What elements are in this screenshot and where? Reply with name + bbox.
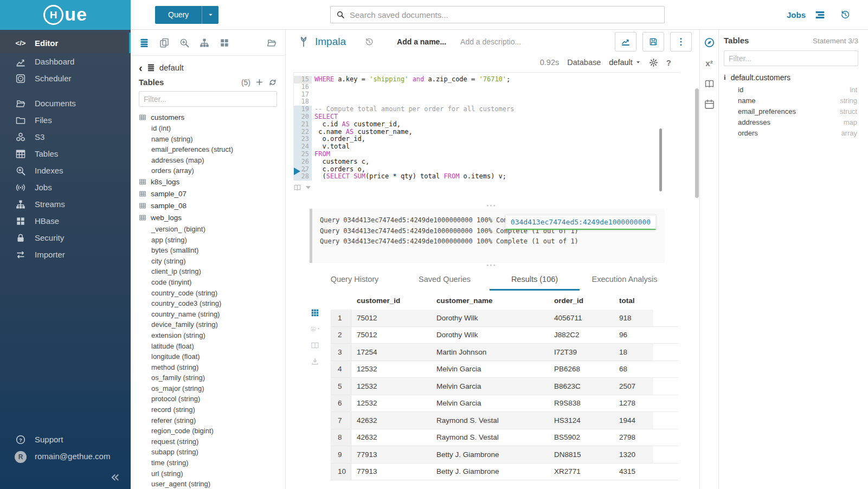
column-item[interactable]: _version_ (bigint) bbox=[139, 224, 285, 235]
query-description-input[interactable]: Add a descriptio... bbox=[460, 37, 521, 46]
table-row[interactable]: 175012Dorothy Wilk4056711918 bbox=[331, 310, 678, 327]
search-input[interactable]: Search saved documents... bbox=[330, 6, 665, 23]
column-item[interactable]: name (string) bbox=[139, 134, 285, 145]
column-item[interactable]: request (string) bbox=[139, 436, 285, 447]
breadcrumb-database[interactable]: default bbox=[159, 63, 184, 72]
column-item[interactable]: country_code3 (string) bbox=[139, 298, 285, 309]
table-item-sample-08[interactable]: sample_08 bbox=[139, 200, 285, 212]
history-icon[interactable] bbox=[840, 9, 851, 20]
calendar-icon[interactable] bbox=[704, 99, 715, 110]
hue-logo[interactable]: H ue bbox=[0, 0, 131, 30]
column-item[interactable]: client_ip (string) bbox=[139, 266, 285, 277]
table-item-customers[interactable]: customers bbox=[139, 111, 285, 123]
table-row[interactable]: 275012Dorothy WilkJ882C296 bbox=[331, 327, 678, 344]
sidebar-item-support[interactable]: ?Support bbox=[0, 431, 131, 448]
column-header-total[interactable]: total bbox=[614, 292, 653, 310]
folder-open-icon[interactable] bbox=[266, 37, 277, 48]
column-item[interactable]: id (int) bbox=[139, 123, 285, 134]
right-filter-input[interactable]: Filter... bbox=[724, 50, 858, 66]
main-scrollbar[interactable] bbox=[695, 88, 699, 198]
column-item[interactable]: protocol (string) bbox=[139, 394, 285, 404]
column-item[interactable]: os_family (string) bbox=[139, 372, 285, 383]
settings-gear-icon[interactable] bbox=[649, 58, 658, 67]
search-plus-icon[interactable] bbox=[179, 37, 190, 48]
column-item[interactable]: extension (string) bbox=[139, 330, 285, 341]
sidebar-item-scheduler[interactable]: Scheduler bbox=[0, 70, 131, 87]
table-item-k8s-logs[interactable]: k8s_logs bbox=[139, 176, 285, 188]
column-item[interactable]: subapp (string) bbox=[139, 447, 285, 458]
sidebar-item-s3[interactable]: S3 bbox=[0, 128, 131, 145]
results-resize-handle[interactable]: ●●● bbox=[486, 263, 497, 267]
table-item-sample-07[interactable]: sample_07 bbox=[139, 188, 285, 200]
column-item[interactable]: addresses (map) bbox=[139, 155, 285, 166]
table-row[interactable]: 1077913Betty J. GiambroneXR27714315 bbox=[331, 464, 678, 481]
column-item[interactable]: referer (string) bbox=[139, 415, 285, 426]
sidebar-item-dashboard[interactable]: Dashboard bbox=[0, 53, 131, 70]
sitemap-icon[interactable] bbox=[199, 37, 210, 48]
active-table-row[interactable]: i default.customers bbox=[724, 73, 858, 82]
assist-column-orders[interactable]: ordersarray bbox=[724, 128, 858, 139]
sidebar-item-indexes[interactable]: Indexes bbox=[0, 162, 131, 179]
table-row[interactable]: 612532Melvin GarciaR9S8381278 bbox=[331, 395, 678, 413]
assist-column-name[interactable]: namestring bbox=[724, 95, 858, 106]
jobs-link[interactable]: Jobs bbox=[787, 10, 806, 20]
book-icon[interactable] bbox=[704, 78, 715, 89]
column-item[interactable]: device_family (string) bbox=[139, 319, 285, 330]
tables-filter-input[interactable]: Filter... bbox=[139, 91, 277, 107]
grid-icon[interactable] bbox=[219, 37, 230, 48]
column-item[interactable]: email_preferences (struct) bbox=[139, 144, 285, 155]
sidebar-item-documents[interactable]: Documents bbox=[0, 95, 131, 112]
assist-column-id[interactable]: idint bbox=[724, 84, 858, 95]
table-row[interactable]: 317254Martin JohnsonI72T3918 bbox=[331, 344, 678, 361]
compass-icon[interactable] bbox=[704, 37, 715, 48]
column-item[interactable]: region_code (bigint) bbox=[139, 426, 285, 436]
column-item[interactable]: code (tinyint) bbox=[139, 277, 285, 288]
save-button[interactable] bbox=[642, 32, 664, 52]
column-item[interactable]: latitude (float) bbox=[139, 341, 285, 352]
bar-chart-icon[interactable] bbox=[311, 324, 320, 333]
column-header-customer-id[interactable]: customer_id bbox=[351, 292, 431, 310]
tab-saved-queries[interactable]: Saved Queries bbox=[400, 268, 490, 291]
back-chevron-icon[interactable]: ‹ bbox=[139, 64, 143, 72]
column-header-customer-name[interactable]: customer_name bbox=[431, 292, 549, 310]
db-icon[interactable] bbox=[139, 37, 150, 48]
column-item[interactable]: os_major (string) bbox=[139, 383, 285, 394]
query-button[interactable]: Query bbox=[155, 6, 218, 24]
chart-button[interactable] bbox=[615, 32, 636, 52]
assist-column-email-preferences[interactable]: email_preferencesstruct bbox=[724, 106, 858, 117]
copy-icon[interactable] bbox=[159, 37, 170, 48]
column-item[interactable]: url (string) bbox=[139, 468, 285, 479]
column-item[interactable]: city (string) bbox=[139, 256, 285, 267]
table-item-web-logs[interactable]: web_logs bbox=[139, 212, 285, 224]
query-caret-icon[interactable] bbox=[202, 6, 218, 24]
more-actions-button[interactable] bbox=[670, 32, 692, 52]
sidebar-item-tables[interactable]: Tables bbox=[0, 145, 131, 162]
table-row[interactable]: 842632Raymond S. VestalBS59022798 bbox=[331, 429, 678, 447]
sidebar-collapse-icon[interactable]: « bbox=[111, 469, 120, 485]
column-item[interactable]: user_agent (string) bbox=[139, 479, 285, 489]
database-select[interactable]: default bbox=[609, 58, 641, 67]
assist-column-addresses[interactable]: addressesmap bbox=[724, 117, 858, 128]
table-row[interactable]: 512532Melvin GarciaB8623C2507 bbox=[331, 378, 678, 395]
run-options-caret-icon[interactable] bbox=[302, 169, 307, 174]
column-item[interactable]: bytes (smallint) bbox=[139, 245, 285, 256]
explain-book-button[interactable] bbox=[293, 183, 313, 192]
tab-query-history[interactable]: Query History bbox=[310, 268, 400, 291]
sidebar-item-jobs[interactable]: Jobs bbox=[0, 179, 131, 196]
help-icon[interactable]: ? bbox=[666, 58, 671, 67]
query-name-input[interactable]: Add a name... bbox=[397, 37, 446, 46]
download-icon[interactable] bbox=[311, 357, 320, 366]
column-item[interactable]: orders (array) bbox=[139, 165, 285, 176]
sql-editor[interactable]: 15WHERE a.key = 'shipping' and a.zip_cod… bbox=[293, 72, 680, 181]
info-icon[interactable]: i bbox=[724, 73, 726, 82]
tab-results-106-[interactable]: Results (106) bbox=[490, 268, 580, 291]
sidebar-item-security[interactable]: Security bbox=[0, 229, 131, 246]
column-item[interactable]: country_code (string) bbox=[139, 288, 285, 299]
column-item[interactable]: record (string) bbox=[139, 404, 285, 415]
editor-scrollbar[interactable] bbox=[659, 128, 662, 191]
columns-icon[interactable] bbox=[311, 340, 320, 350]
add-table-icon[interactable] bbox=[255, 78, 263, 86]
sidebar-item-files[interactable]: Files bbox=[0, 112, 131, 128]
sidebar-item-importer[interactable]: Importer bbox=[0, 246, 131, 263]
column-item[interactable]: longitude (float) bbox=[139, 351, 285, 362]
